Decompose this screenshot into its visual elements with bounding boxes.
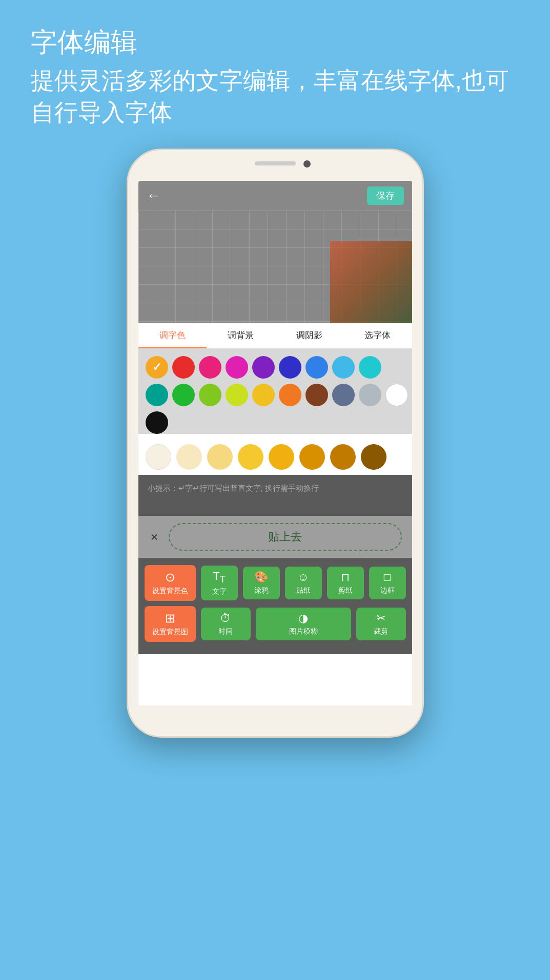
shade-4[interactable] bbox=[238, 444, 263, 470]
color-blue[interactable] bbox=[305, 356, 328, 379]
shade-5[interactable] bbox=[269, 444, 294, 470]
header-subtitle: 提供灵活多彩的文字编辑，丰富在线字体,也可自行导入字体 bbox=[31, 65, 519, 128]
action-bar: × 贴上去 bbox=[138, 516, 412, 558]
btn-frame[interactable]: □ 边框 bbox=[369, 567, 406, 599]
toolbar-row-2: ⊞ 设置背景图 ⏱ 时间 ◑ 图片模糊 ✂ 裁剪 bbox=[145, 606, 406, 642]
color-orange[interactable] bbox=[279, 384, 301, 406]
text-icon: TT bbox=[213, 570, 226, 585]
color-row-3 bbox=[146, 411, 405, 434]
btn-sticker-label: 贴纸 bbox=[296, 586, 311, 595]
screen-topbar: ← 保存 bbox=[138, 181, 412, 211]
btn-text[interactable]: TT 文字 bbox=[201, 566, 238, 600]
color-light-blue[interactable] bbox=[332, 356, 355, 379]
shade-7[interactable] bbox=[330, 444, 356, 470]
phone-frame: ← 保存 调字色 调背景 调阴影 选字体 bbox=[127, 149, 424, 738]
btn-cut-paper-label: 剪纸 bbox=[338, 586, 353, 595]
btn-crop-label: 裁剪 bbox=[374, 627, 388, 636]
color-black[interactable] bbox=[146, 411, 168, 434]
color-white[interactable] bbox=[385, 384, 408, 406]
blur-icon: ◑ bbox=[298, 612, 308, 625]
hint-area: 小提示：↵字↵行可写出竖直文字; 换行需手动换行 bbox=[138, 475, 412, 516]
btn-set-bg-color-label: 设置背景色 bbox=[152, 587, 188, 596]
header-title: 字体编辑 bbox=[31, 25, 519, 60]
btn-sticker[interactable]: ☺ 贴纸 bbox=[285, 567, 322, 599]
color-cyan[interactable] bbox=[359, 356, 381, 379]
btn-doodle-label: 涂鸦 bbox=[254, 586, 269, 595]
btn-crop[interactable]: ✂ 裁剪 bbox=[356, 608, 406, 640]
close-button[interactable]: × bbox=[149, 527, 160, 547]
color-gold[interactable] bbox=[252, 384, 275, 406]
color-picker-area bbox=[138, 349, 412, 434]
shade-1[interactable] bbox=[146, 444, 171, 470]
bg-color-icon: ⊙ bbox=[165, 570, 175, 585]
shade-6[interactable] bbox=[299, 444, 325, 470]
btn-blur-label: 图片模糊 bbox=[289, 627, 318, 636]
btn-blur[interactable]: ◑ 图片模糊 bbox=[256, 608, 351, 640]
header-area: 字体编辑 提供灵活多彩的文字编辑，丰富在线字体,也可自行导入字体 bbox=[31, 25, 519, 128]
btn-frame-label: 边框 bbox=[380, 586, 395, 595]
btn-set-bg-img-label: 设置背景图 bbox=[152, 628, 188, 637]
btn-text-label: 文字 bbox=[212, 587, 227, 596]
color-steel[interactable] bbox=[332, 384, 355, 406]
save-button[interactable]: 保存 bbox=[367, 186, 404, 205]
tab-font[interactable]: 选字体 bbox=[343, 323, 412, 348]
color-pink[interactable] bbox=[199, 356, 221, 379]
btn-cut-paper[interactable]: ⊓ 剪纸 bbox=[327, 567, 364, 599]
tab-bg[interactable]: 调背景 bbox=[207, 323, 275, 348]
btn-set-bg-img[interactable]: ⊞ 设置背景图 bbox=[145, 606, 196, 642]
hint-text: 小提示：↵字↵行可写出竖直文字; 换行需手动换行 bbox=[148, 482, 403, 494]
tab-shadow[interactable]: 调阴影 bbox=[275, 323, 344, 348]
yellow-shades-area bbox=[138, 439, 412, 475]
color-row-1 bbox=[146, 356, 405, 379]
color-magenta[interactable] bbox=[226, 356, 248, 379]
cut-paper-icon: ⊓ bbox=[341, 571, 350, 584]
tabs-row: 调字色 调背景 调阴影 选字体 bbox=[138, 323, 412, 349]
color-yellow-green[interactable] bbox=[226, 384, 248, 406]
color-yellow[interactable] bbox=[146, 356, 168, 379]
btn-time[interactable]: ⏱ 时间 bbox=[201, 608, 251, 640]
sticker-icon: ☺ bbox=[297, 571, 309, 584]
grid-canvas bbox=[138, 211, 412, 323]
color-lime-green[interactable] bbox=[199, 384, 221, 406]
color-dark-blue[interactable] bbox=[279, 356, 301, 379]
color-row-2 bbox=[146, 384, 405, 406]
tab-font-color[interactable]: 调字色 bbox=[138, 323, 207, 348]
phone-screen: ← 保存 调字色 调背景 调阴影 选字体 bbox=[138, 181, 412, 705]
back-button[interactable]: ← bbox=[147, 187, 161, 204]
bottom-toolbar: ⊙ 设置背景色 TT 文字 🎨 涂鸦 ☺ 贴纸 ⊓ 剪纸 bbox=[138, 558, 412, 654]
btn-doodle[interactable]: 🎨 涂鸦 bbox=[243, 567, 280, 599]
shade-2[interactable] bbox=[176, 444, 202, 470]
shade-8[interactable] bbox=[361, 444, 386, 470]
color-green[interactable] bbox=[172, 384, 195, 406]
autumn-overlay bbox=[330, 241, 412, 323]
bg-img-icon: ⊞ bbox=[165, 611, 175, 625]
phone-speaker bbox=[255, 161, 296, 165]
frame-icon: □ bbox=[384, 571, 391, 584]
color-red[interactable] bbox=[172, 356, 195, 379]
toolbar-row-1: ⊙ 设置背景色 TT 文字 🎨 涂鸦 ☺ 贴纸 ⊓ 剪纸 bbox=[145, 565, 406, 601]
time-icon: ⏱ bbox=[220, 612, 231, 625]
color-brown[interactable] bbox=[305, 384, 328, 406]
color-silver[interactable] bbox=[359, 384, 381, 406]
color-teal[interactable] bbox=[146, 384, 168, 406]
phone-camera bbox=[303, 160, 311, 168]
btn-set-bg-color[interactable]: ⊙ 设置背景色 bbox=[145, 565, 196, 601]
color-purple[interactable] bbox=[252, 356, 275, 379]
crop-icon: ✂ bbox=[376, 612, 385, 625]
btn-time-label: 时间 bbox=[218, 627, 233, 636]
doodle-icon: 🎨 bbox=[254, 571, 268, 584]
shade-3[interactable] bbox=[207, 444, 233, 470]
paste-button[interactable]: 贴上去 bbox=[169, 523, 402, 551]
